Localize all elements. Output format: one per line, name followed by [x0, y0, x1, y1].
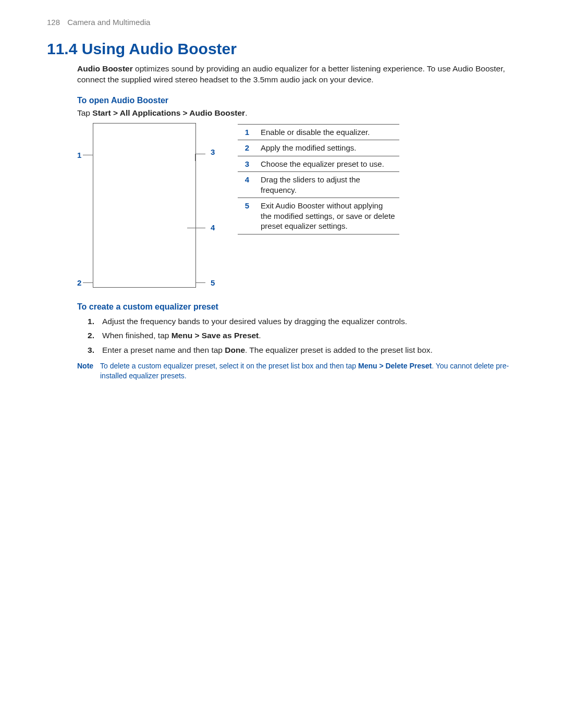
step-text: Adjust the frequency bands to your desir… — [102, 317, 407, 326]
legend-desc: Exit Audio Booster without applying the … — [256, 198, 399, 235]
callout-line — [195, 154, 205, 154]
running-header: 128 Camera and Multimedia — [47, 18, 516, 27]
screenshot-column: 1 3 4 2 5 — [77, 123, 223, 288]
intro-lead-bold: Audio Booster — [77, 64, 133, 73]
callout-line — [195, 154, 195, 161]
legend-desc: Apply the modified settings. — [256, 140, 399, 156]
heading-open-audio-booster: To open Audio Booster — [77, 96, 516, 105]
note: Note To delete a custom equalizer preset… — [77, 361, 516, 381]
step-pre: When finished, tap — [102, 331, 172, 340]
legend-desc: Drag the sliders to adjust the frequency… — [256, 172, 399, 198]
step-post: . — [259, 331, 261, 340]
legend-table: 1 Enable or disable the equalizer. 2 App… — [238, 124, 399, 235]
step-post: . The equalizer preset is added to the p… — [245, 346, 433, 354]
page-title: 11.4 Using Audio Booster — [47, 40, 516, 58]
legend-num: 2 — [238, 140, 256, 156]
tap-suffix: . — [245, 108, 247, 117]
callout-4: 4 — [211, 223, 215, 232]
open-instruction: Tap Start > All Applications > Audio Boo… — [77, 108, 516, 118]
list-item: When finished, tap Menu > Save as Preset… — [88, 330, 516, 341]
diagram-area: 1 3 4 2 5 1 Enable or disable the equali… — [77, 123, 516, 288]
heading-custom-preset: To create a custom equalizer preset — [77, 302, 516, 312]
table-row: 4 Drag the sliders to adjust the frequen… — [238, 172, 399, 198]
callout-line — [83, 282, 93, 283]
intro-text: optimizes sound by providing an audio eq… — [77, 64, 505, 84]
intro-paragraph: Audio Booster optimizes sound by providi… — [77, 63, 516, 85]
callout-1: 1 — [77, 151, 81, 159]
note-pre: To delete a custom equalizer preset, sel… — [100, 362, 358, 370]
table-row: 5 Exit Audio Booster without applying th… — [238, 198, 399, 235]
tap-path: Start > All Applications > Audio Booster — [92, 108, 245, 117]
step-bold: Done — [225, 346, 245, 354]
step-bold: Menu > Save as Preset — [172, 331, 259, 340]
note-label: Note — [77, 361, 100, 381]
legend-desc: Enable or disable the equalizer. — [256, 124, 399, 140]
section-name: Camera and Multimedia — [67, 18, 150, 27]
tap-prefix: Tap — [77, 108, 92, 117]
table-row: 3 Choose the equalizer preset to use. — [238, 156, 399, 172]
list-item: Enter a preset name and then tap Done. T… — [88, 344, 516, 356]
callout-line — [83, 155, 93, 155]
legend-num: 4 — [238, 172, 256, 198]
legend-num: 3 — [238, 156, 256, 172]
page-number: 128 — [47, 18, 60, 27]
legend-desc: Choose the equalizer preset to use. — [256, 156, 399, 172]
callout-3: 3 — [211, 147, 215, 156]
device-screenshot-placeholder — [93, 123, 196, 288]
callout-line — [187, 228, 205, 228]
step-pre: Enter a preset name and then tap — [102, 346, 225, 354]
table-row: 1 Enable or disable the equalizer. — [238, 124, 399, 140]
list-item: Adjust the frequency bands to your desir… — [88, 316, 516, 327]
legend-num: 1 — [238, 124, 256, 140]
callout-line — [196, 282, 205, 283]
note-text: To delete a custom equalizer preset, sel… — [100, 361, 516, 381]
callout-2: 2 — [77, 278, 81, 287]
steps-list: Adjust the frequency bands to your desir… — [88, 316, 516, 356]
note-bold: Menu > Delete Preset — [358, 362, 432, 370]
legend-num: 5 — [238, 198, 256, 235]
table-row: 2 Apply the modified settings. — [238, 140, 399, 156]
callout-5: 5 — [211, 278, 215, 287]
